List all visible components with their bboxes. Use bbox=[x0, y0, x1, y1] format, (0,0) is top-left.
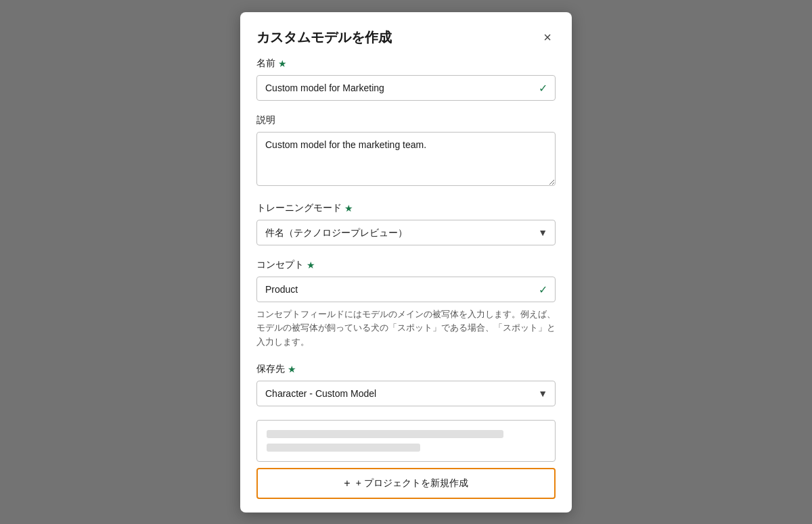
save-destination-select-wrapper: Character - Custom Model ▼ bbox=[256, 381, 556, 406]
add-project-button[interactable]: + + プロジェクトを新規作成 bbox=[256, 468, 556, 499]
add-project-label: + プロジェクトを新規作成 bbox=[356, 477, 468, 490]
name-check-icon: ✓ bbox=[539, 81, 547, 94]
training-mode-select-wrapper: 件名（テクノロジープレビュー） ▼ bbox=[256, 220, 556, 245]
concept-required-star: ★ bbox=[307, 260, 315, 270]
name-field-group: 名前 ★ ✓ bbox=[256, 57, 556, 101]
close-button[interactable]: × bbox=[539, 29, 556, 45]
description-label: 説明 bbox=[256, 114, 556, 126]
training-mode-field-group: トレーニングモード ★ 件名（テクノロジープレビュー） ▼ bbox=[256, 202, 556, 245]
modal-dialog: カスタムモデルを作成 × 名前 ★ ✓ 説明 Custom mode bbox=[240, 12, 572, 513]
description-textarea[interactable]: Custom model for the marketing team. bbox=[256, 132, 556, 186]
modal-footer: + + プロジェクトを新規作成 bbox=[240, 468, 572, 513]
dropdown-panel bbox=[256, 420, 556, 462]
save-destination-label: 保存先 ★ bbox=[256, 363, 556, 375]
modal-header: カスタムモデルを作成 × bbox=[240, 12, 572, 57]
name-label: 名前 ★ bbox=[256, 57, 556, 70]
training-mode-select[interactable]: 件名（テクノロジープレビュー） bbox=[256, 220, 556, 245]
save-destination-select[interactable]: Character - Custom Model bbox=[256, 381, 556, 406]
name-required-star: ★ bbox=[278, 58, 287, 69]
concept-field-group: コンセプト ★ ✓ コンセプトフィールドにはモデルのメインの被写体を入力します。… bbox=[256, 259, 556, 350]
modal-title: カスタムモデルを作成 bbox=[256, 28, 392, 47]
modal-overlay: カスタムモデルを作成 × 名前 ★ ✓ 説明 Custom mode bbox=[0, 0, 812, 524]
concept-input[interactable] bbox=[256, 277, 556, 302]
save-destination-required-star: ★ bbox=[288, 364, 296, 375]
concept-label: コンセプト ★ bbox=[256, 259, 556, 271]
placeholder-bar-short bbox=[267, 444, 420, 452]
placeholder-bar-long bbox=[267, 430, 503, 438]
training-mode-required-star: ★ bbox=[344, 203, 353, 214]
concept-hint-text: コンセプトフィールドにはモデルのメインの被写体を入力します。例えば、モデルの被写… bbox=[256, 308, 556, 350]
save-destination-field-group: 保存先 ★ Character - Custom Model ▼ bbox=[256, 363, 556, 406]
concept-check-icon: ✓ bbox=[539, 283, 547, 295]
plus-icon: + bbox=[344, 477, 350, 490]
training-mode-label: トレーニングモード ★ bbox=[256, 202, 556, 214]
name-input-wrapper: ✓ bbox=[256, 75, 556, 101]
dropdown-placeholder-items bbox=[257, 421, 555, 461]
description-field-group: 説明 Custom model for the marketing team. bbox=[256, 114, 556, 189]
modal-body: 名前 ★ ✓ 説明 Custom model for the marketing… bbox=[240, 57, 572, 468]
concept-input-wrapper: ✓ bbox=[256, 277, 556, 302]
name-input[interactable] bbox=[256, 75, 556, 101]
